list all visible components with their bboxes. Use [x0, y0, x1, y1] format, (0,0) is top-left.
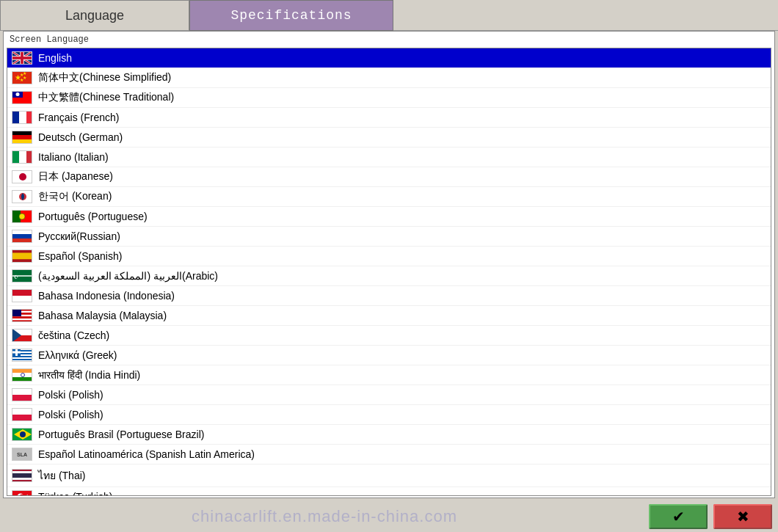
language-name: Polski (Polish)	[38, 389, 103, 401]
svg-point-76	[20, 431, 26, 437]
svg-rect-44	[12, 296, 32, 302]
language-name: čeština (Czech)	[38, 329, 109, 341]
list-item[interactable]: SLAEspañol Latinoamérica (Spanish Latin …	[7, 445, 771, 464]
svg-rect-81	[12, 480, 32, 482]
flag-icon	[12, 111, 32, 124]
flag-icon	[12, 309, 32, 322]
tab-language[interactable]: Language	[0, 0, 189, 31]
svg-rect-65	[12, 351, 21, 354]
svg-rect-36	[12, 238, 32, 243]
list-item[interactable]: Bahasa Indonesia (Indonesia)	[7, 286, 771, 306]
svg-rect-70	[12, 388, 32, 395]
list-item[interactable]: ☪العربية (المملكة العربية السعودية)(Arab…	[7, 266, 771, 286]
svg-rect-43	[12, 289, 32, 296]
svg-rect-73	[12, 415, 32, 421]
list-item[interactable]: Polski (Polish)	[7, 405, 771, 425]
list-item[interactable]: ไทย (Thai)	[7, 464, 771, 487]
flag-icon	[12, 51, 32, 65]
list-item[interactable]: 한국어 (Korean)	[7, 187, 771, 207]
language-name: 中文繁體(Chinese Traditional)	[38, 91, 174, 104]
svg-rect-68	[12, 377, 32, 382]
svg-rect-52	[12, 321, 32, 322]
svg-rect-79	[12, 473, 32, 478]
list-item[interactable]: English	[7, 48, 771, 68]
language-name: Português Brasil (Portuguese Brazil)	[38, 429, 204, 440]
svg-rect-66	[12, 368, 32, 373]
list-item[interactable]: Français (French)	[7, 108, 771, 128]
language-name: 日本 (Japanese)	[38, 170, 113, 183]
svg-point-17	[16, 92, 20, 96]
list-item[interactable]: Türkçe (Turkish)	[7, 487, 771, 496]
list-item[interactable]: čeština (Czech)	[7, 326, 771, 346]
svg-rect-80	[12, 478, 32, 480]
flag-icon	[12, 388, 32, 401]
list-item[interactable]: 中文繁體(Chinese Traditional)	[7, 88, 771, 108]
cancel-icon: ✖	[737, 508, 749, 525]
tab-specifications-label: Specifications	[230, 8, 352, 23]
flag-icon	[12, 329, 32, 342]
flag-icon	[12, 349, 32, 362]
language-name: 简体中文(Chinese Simplified)	[38, 71, 171, 84]
svg-rect-50	[12, 316, 32, 318]
svg-rect-78	[12, 471, 32, 473]
list-item[interactable]: Italiano (Italian)	[7, 147, 771, 167]
svg-rect-19	[19, 111, 26, 124]
language-list[interactable]: English★★★★★简体中文(Chinese Simplified)中文繁體…	[7, 48, 771, 496]
svg-rect-53	[12, 309, 21, 316]
list-item[interactable]: Português (Portuguese)	[7, 207, 771, 227]
list-item[interactable]: 日本 (Japanese)	[7, 167, 771, 187]
screen-language-label: Screen Language	[4, 32, 774, 48]
svg-rect-38	[12, 253, 32, 260]
content-area: Screen Language English★★★★★简体中文(Chinese…	[3, 31, 775, 498]
svg-rect-25	[19, 150, 26, 164]
list-item[interactable]: Polski (Polish)	[7, 385, 771, 405]
list-item[interactable]: Português Brasil (Portuguese Brazil)	[7, 425, 771, 445]
language-name: Ελληνικά (Greek)	[38, 349, 117, 361]
svg-rect-39	[12, 260, 32, 263]
cancel-button[interactable]: ✖	[713, 504, 772, 529]
svg-rect-62	[12, 360, 32, 362]
language-name: Español Latinoamérica (Spanish Latin Ame…	[38, 448, 255, 460]
flag-icon	[12, 91, 32, 104]
list-item[interactable]: Русский(Russian)	[7, 227, 771, 247]
flag-icon	[12, 150, 32, 164]
svg-rect-77	[12, 469, 32, 471]
tab-language-label: Language	[65, 8, 124, 23]
flag-icon: SLA	[12, 448, 32, 461]
list-item[interactable]: ★★★★★简体中文(Chinese Simplified)	[7, 68, 771, 88]
flag-icon	[12, 289, 32, 302]
list-item[interactable]: Bahasa Malaysia (Malaysia)	[7, 306, 771, 326]
flag-icon	[12, 428, 32, 441]
flag-icon	[12, 190, 32, 203]
flag-icon: ☪	[12, 269, 32, 283]
list-item[interactable]: Español (Spanish)	[7, 247, 771, 266]
list-item[interactable]: Deutsch (German)	[7, 128, 771, 147]
svg-rect-35	[12, 234, 32, 238]
main-container: Language Specifications Screen Language …	[0, 0, 778, 532]
ok-icon: ✔	[672, 508, 685, 525]
flag-icon: ★★★★★	[12, 71, 32, 84]
flag-icon	[12, 469, 32, 482]
svg-rect-22	[12, 135, 32, 139]
bottom-bar: chinacarlift.en.made-in-china.com ✔ ✖	[0, 501, 778, 532]
language-name: 한국어 (Korean)	[38, 190, 112, 203]
language-name: Italiano (Italian)	[38, 151, 109, 163]
flag-icon	[12, 170, 32, 183]
list-item[interactable]: Ελληνικά (Greek)	[7, 346, 771, 365]
watermark-area: chinacarlift.en.made-in-china.com	[6, 507, 643, 526]
svg-rect-72	[12, 408, 32, 415]
language-name: Русский(Russian)	[38, 230, 120, 242]
language-name: Türkçe (Turkish)	[38, 491, 112, 496]
ok-button[interactable]: ✔	[649, 504, 708, 529]
list-item[interactable]: भारतीय हिंदी (India Hindi)	[7, 365, 771, 385]
flag-icon	[12, 490, 32, 496]
tab-rest	[393, 0, 778, 31]
language-name: العربية (المملكة العربية السعودية)(Arabi…	[38, 270, 218, 282]
language-name: Español (Spanish)	[38, 250, 122, 262]
svg-rect-23	[12, 139, 32, 144]
svg-text:★: ★	[20, 78, 23, 82]
flag-icon	[12, 368, 32, 382]
flag-icon	[12, 230, 32, 243]
svg-rect-37	[12, 249, 32, 253]
tab-specifications[interactable]: Specifications	[189, 0, 393, 31]
